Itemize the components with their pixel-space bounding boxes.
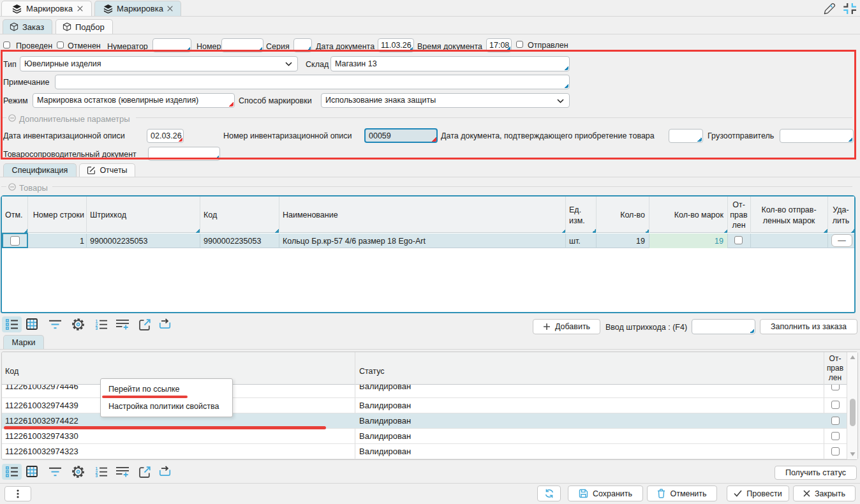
svg-text:3: 3 [96, 326, 98, 330]
svg-text:3: 3 [96, 473, 98, 477]
